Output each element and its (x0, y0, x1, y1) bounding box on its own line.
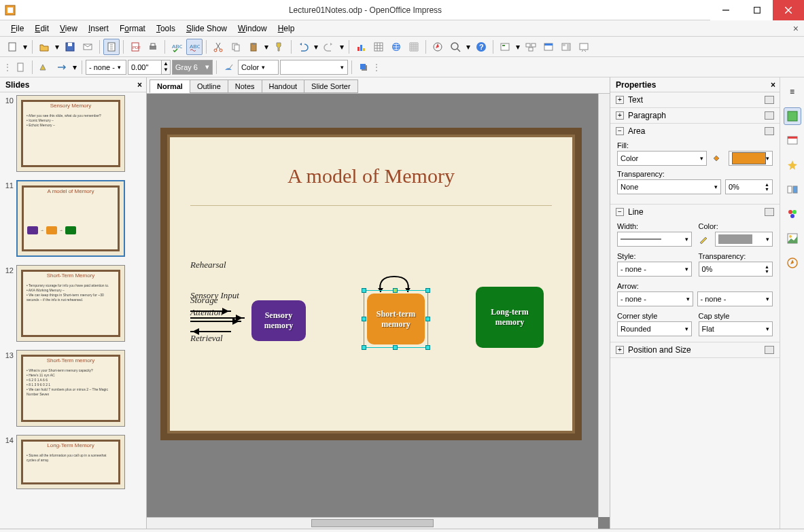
dropdown-icon[interactable]: ▾ (71, 59, 78, 75)
area-fill-combo[interactable]: Color▾ (238, 60, 279, 75)
chart-button[interactable] (353, 39, 369, 55)
slide-layout-button[interactable] (558, 39, 574, 55)
slide-thumb[interactable]: 14 Long-Term Memory• Stores all the info… (3, 435, 143, 489)
slide-thumb[interactable]: 13 Short-Term memory• What is your Short… (3, 350, 143, 427)
arrow-style-button[interactable] (54, 59, 70, 75)
tab-handout[interactable]: Handout (262, 79, 305, 93)
dropdown-icon[interactable]: ▾ (263, 39, 270, 55)
arrow-storage[interactable] (190, 311, 231, 312)
styles-tab-icon[interactable] (784, 205, 801, 223)
menu-help[interactable]: Help (273, 22, 300, 35)
menu-format[interactable]: Format (114, 22, 151, 35)
edit-file-button[interactable] (103, 39, 120, 55)
box-short-term-memory[interactable]: Short-term memory (367, 294, 425, 344)
gallery-tab-icon[interactable] (784, 230, 801, 247)
presentation-button[interactable] (576, 39, 592, 55)
slide-thumb[interactable]: 12 Short-Term Memory• Temporary storage … (3, 265, 143, 342)
label-rehearsal[interactable]: Rehearsal (190, 260, 226, 270)
open-button[interactable] (36, 39, 52, 55)
corner-style-combo[interactable]: Rounded▾ (617, 321, 692, 336)
line-width-combo[interactable]: ▾ (617, 232, 692, 247)
sidebar-menu-icon[interactable]: ≡ (784, 83, 801, 101)
current-slide[interactable]: A model of Memory Sensory Input Sensory … (160, 128, 582, 440)
slide-title[interactable]: A model of Memory (170, 164, 572, 188)
line-style-combo[interactable]: - none -▾ (617, 262, 692, 277)
spin-down-icon[interactable]: ▼ (162, 67, 170, 73)
close-panel-button[interactable]: × (771, 80, 775, 90)
line-color-combo[interactable]: Gray 6▾ (172, 60, 213, 75)
master-pages-tab-icon[interactable] (784, 132, 801, 149)
spin-down-icon[interactable]: ▼ (765, 269, 769, 274)
bucket-icon[interactable] (711, 153, 724, 164)
slide-thumb[interactable]: 11 A model of Memory →→ (3, 180, 143, 257)
section-line-header[interactable]: −Line (610, 205, 780, 219)
email-button[interactable] (80, 39, 96, 55)
slide-button[interactable] (497, 39, 513, 55)
slide-design-button[interactable] (540, 39, 557, 55)
window-close-button[interactable] (773, 0, 804, 20)
dropdown-icon[interactable]: ▾ (54, 39, 60, 55)
line-transparency-spinner[interactable]: 0%▲▼ (699, 262, 773, 277)
section-text-header[interactable]: +Text (610, 92, 780, 107)
dropdown-icon[interactable]: ▾ (514, 39, 521, 55)
menu-file[interactable]: File (5, 22, 29, 35)
dropdown-icon[interactable]: ▾ (465, 39, 472, 55)
new-button[interactable] (4, 39, 20, 55)
line-width-spinner[interactable]: ▲▼ (128, 60, 171, 75)
expand-slide-button[interactable] (523, 39, 539, 55)
arrow-end-combo[interactable]: - none -▾ (697, 291, 773, 306)
menu-edit[interactable]: Edit (29, 22, 54, 35)
document-close-button[interactable]: × (793, 23, 799, 34)
window-minimize-button[interactable] (710, 0, 741, 20)
spin-up-icon[interactable]: ▲ (162, 60, 170, 67)
display-grid-button[interactable] (406, 39, 422, 55)
hyperlink-button[interactable] (388, 39, 404, 55)
paste-button[interactable] (245, 39, 262, 55)
transparency-type-combo[interactable]: None▾ (617, 179, 721, 194)
autospellcheck-button[interactable]: ABC (186, 39, 203, 55)
line-width-input[interactable] (128, 60, 162, 75)
menu-tools[interactable]: Tools (151, 22, 181, 35)
label-attention[interactable]: Attention (190, 307, 223, 318)
export-pdf-button[interactable]: PDF (127, 39, 143, 55)
section-paragraph-header[interactable]: +Paragraph (610, 108, 780, 123)
spin-up-icon[interactable]: ▲ (765, 182, 769, 187)
dropdown-icon[interactable]: ▾ (22, 39, 29, 55)
save-button[interactable] (62, 39, 78, 55)
spellcheck-button[interactable]: ABC (169, 39, 185, 55)
copy-button[interactable] (228, 39, 244, 55)
spin-down-icon[interactable]: ▼ (765, 187, 769, 192)
close-panel-button[interactable]: × (137, 80, 142, 90)
dropdown-icon[interactable]: ▾ (313, 39, 319, 55)
tab-normal[interactable]: Normal (150, 79, 190, 93)
slide-thumb[interactable]: 10 Sensory Memory• After you see this sl… (3, 95, 143, 172)
properties-tab-icon[interactable] (784, 107, 801, 125)
section-position-header[interactable]: +Position and Size (610, 342, 780, 357)
fill-type-combo[interactable]: Color▾ (617, 151, 707, 166)
slide-canvas[interactable]: A model of Memory Sensory Input Sensory … (147, 94, 610, 529)
more-options-icon[interactable] (765, 208, 774, 216)
toolbar-handle-icon[interactable]: ⋮ (4, 59, 11, 75)
shadow-button[interactable] (355, 59, 372, 75)
spin-up-icon[interactable]: ▲ (765, 264, 769, 269)
tab-notes[interactable]: Notes (228, 79, 262, 93)
arrow-select-button[interactable] (12, 59, 29, 75)
more-options-icon[interactable] (765, 96, 774, 104)
custom-animation-tab-icon[interactable] (784, 156, 801, 174)
toolbar-handle-icon[interactable]: ⋮ (373, 59, 380, 75)
arrow-start-combo[interactable]: - none -▾ (617, 291, 693, 306)
menu-insert[interactable]: Insert (83, 22, 114, 35)
slide-thumbnails[interactable]: 10 Sensory Memory• After you see this sl… (0, 92, 146, 529)
fill-color-combo[interactable]: ▾ (729, 151, 773, 166)
label-storage[interactable]: Storage (190, 295, 217, 306)
cut-button[interactable] (210, 39, 226, 55)
more-options-icon[interactable] (765, 111, 774, 120)
print-button[interactable] (145, 39, 161, 55)
format-paintbrush-button[interactable] (271, 39, 287, 55)
navigator-tab-icon[interactable] (784, 254, 801, 272)
zoom-button[interactable] (447, 39, 464, 55)
box-sensory-memory[interactable]: Sensory memory (251, 300, 306, 341)
area-color-combo[interactable]: ▾ (280, 60, 348, 75)
section-area-header[interactable]: −Area (610, 124, 780, 139)
horizontal-scrollbar[interactable] (147, 517, 598, 529)
